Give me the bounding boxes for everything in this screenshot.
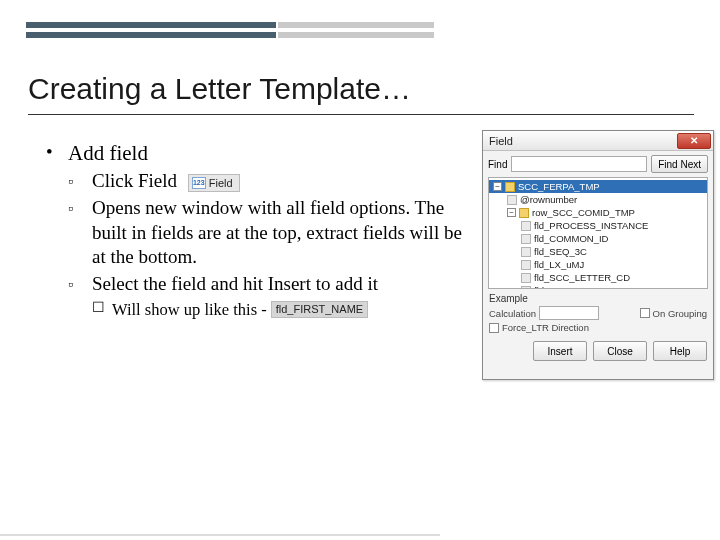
close-button[interactable]: ✕ [677, 133, 711, 149]
dialog-titlebar: Field ✕ [483, 131, 713, 151]
field-icon [521, 247, 531, 257]
bullet-lvl1: • [46, 140, 68, 167]
bullet-lvl2: ▫ [68, 169, 92, 194]
bullet-lvl3: ☐ [92, 299, 112, 320]
field-icon [521, 260, 531, 270]
bullet-lvl2: ▫ [68, 272, 92, 297]
close-dialog-button[interactable]: Close [593, 341, 647, 361]
bullet-lvl2: ▫ [68, 196, 92, 270]
slide-body: • Add field ▫ Click Field 123 Field ▫ Op… [46, 140, 476, 320]
field-tree[interactable]: − SCC_FERPA_TMP @rownumber − row_SCC_COM… [488, 177, 708, 289]
field-icon [521, 221, 531, 231]
help-button[interactable]: Help [653, 341, 707, 361]
find-next-button[interactable]: Find Next [651, 155, 708, 173]
tree-node[interactable]: @rownumber [489, 193, 707, 206]
example-label: Example [483, 289, 713, 304]
tree-leaf[interactable]: fld_PROCESS_INSTANCE [489, 219, 707, 232]
tree-root[interactable]: − SCC_FERPA_TMP [489, 180, 707, 193]
folder-icon [505, 182, 515, 192]
on-grouping-label: On Grouping [653, 308, 707, 319]
bullet-text: Opens new window with all field options.… [92, 196, 472, 270]
collapse-icon[interactable]: − [507, 208, 516, 217]
calculation-label: Calculation [489, 308, 536, 319]
slide-header-decoration [26, 22, 694, 52]
tree-node[interactable]: − row_SCC_COMID_TMP [489, 206, 707, 219]
bullet-text: Select the field and hit Insert to add i… [92, 272, 472, 297]
folder-icon [519, 208, 529, 218]
dialog-title: Field [489, 135, 513, 147]
tree-leaf[interactable]: fld_SEQ_3C [489, 245, 707, 258]
slide-footer-decoration [0, 534, 720, 536]
tree-leaf[interactable]: fld_LX_uMJ [489, 258, 707, 271]
field-dialog: Field ✕ Find Find Next − SCC_FERPA_TMP @… [482, 130, 714, 380]
tree-leaf[interactable]: fld_SCC_LETTER_CD [489, 271, 707, 284]
field-123-icon: 123 [192, 177, 206, 189]
bullet-text: Will show up like this - fld_FIRST_NAME [112, 299, 476, 320]
field-button-label: Field [209, 176, 233, 190]
find-label: Find [488, 159, 507, 170]
insert-button[interactable]: Insert [533, 341, 587, 361]
field-icon [521, 234, 531, 244]
field-toolbar-button[interactable]: 123 Field [188, 174, 240, 192]
bullet-text: Add field [68, 140, 476, 167]
find-input[interactable] [511, 156, 647, 172]
field-icon [521, 273, 531, 283]
field-result-tag: fld_FIRST_NAME [271, 301, 368, 317]
title-underline [28, 114, 694, 115]
force-ltr-checkbox[interactable] [489, 323, 499, 333]
force-ltr-label: Force_LTR Direction [502, 322, 589, 333]
page-title: Creating a Letter Template… [28, 72, 411, 106]
tree-leaf[interactable]: fld_COMMON_ID [489, 232, 707, 245]
on-grouping-checkbox[interactable] [640, 308, 650, 318]
calculation-select[interactable] [539, 306, 599, 320]
bullet-text: Click Field 123 Field [92, 169, 472, 194]
field-icon [507, 195, 517, 205]
close-icon: ✕ [690, 136, 698, 146]
collapse-icon[interactable]: − [493, 182, 502, 191]
